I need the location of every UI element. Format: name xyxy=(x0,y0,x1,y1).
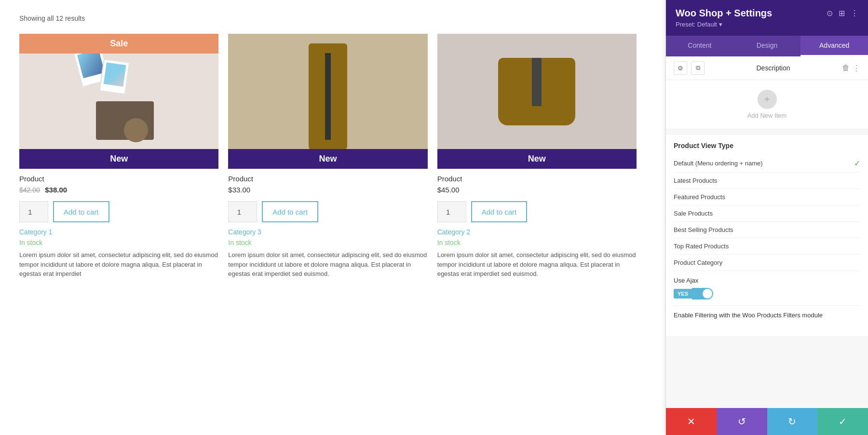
in-stock-2: In stock xyxy=(228,239,427,246)
polaroid-2 xyxy=(99,59,130,95)
price-new-1: $38.00 xyxy=(45,186,67,194)
product-desc-2: Lorem ipsum dolor sit amet, consectetur … xyxy=(228,250,427,279)
in-stock-1: In stock xyxy=(19,239,218,246)
option-sale[interactable]: Sale Products xyxy=(674,205,860,222)
product-image-1 xyxy=(19,34,218,169)
save-button[interactable]: ✓ xyxy=(817,408,868,435)
option-product-category[interactable]: Product Category xyxy=(674,255,860,271)
add-to-cart-btn-1[interactable]: Add to cart xyxy=(53,201,109,222)
add-to-cart-row-3: Add to cart xyxy=(437,201,637,222)
main-content: Showing all 12 results Sale New Product … xyxy=(0,0,665,435)
product-image-2 xyxy=(228,34,427,169)
undo-button[interactable]: ↺ xyxy=(717,408,767,435)
add-new-item: + Add New Item xyxy=(666,80,868,129)
panel-header-actions: ⊙ ⊞ ⋮ xyxy=(827,9,858,18)
add-to-cart-row-1: Add to cart xyxy=(19,201,218,222)
results-count: Showing all 12 results xyxy=(19,14,646,22)
bottom-bar: ✕ ↺ ↻ ✓ xyxy=(666,408,868,435)
option-default[interactable]: Default (Menu ordering + name) ✓ xyxy=(674,154,860,173)
chevron-down-icon: ▾ xyxy=(719,21,722,28)
in-stock-3: In stock xyxy=(437,239,637,246)
product-price-1: $42.00 $38.00 xyxy=(19,186,218,194)
product-name-2: Product xyxy=(228,175,427,183)
product-price-3: $45.00 xyxy=(437,186,637,194)
toggle-thumb xyxy=(703,289,712,299)
panel-preset-text: Preset: Default xyxy=(676,21,717,28)
toggle-wrapper[interactable]: YES xyxy=(674,288,860,299)
qty-input-1[interactable] xyxy=(19,201,48,222)
add-to-cart-btn-3[interactable]: Add to cart xyxy=(471,201,528,222)
option-latest[interactable]: Latest Products xyxy=(674,173,860,189)
price-regular-2: $33.00 xyxy=(228,186,250,194)
option-list: Default (Menu ordering + name) ✓ Latest … xyxy=(674,154,860,271)
filtering-label: Enable Filtering with the Woo Products F… xyxy=(674,312,860,319)
option-default-label: Default (Menu ordering + name) xyxy=(674,160,763,167)
add-new-circle-btn[interactable]: + xyxy=(758,90,777,109)
redo-button[interactable]: ↻ xyxy=(767,408,818,435)
toggle-track[interactable] xyxy=(692,288,713,299)
panel-header-row: Woo Shop + Settings Preset: Default ▾ ⊙ … xyxy=(676,8,858,28)
save-icon: ✓ xyxy=(839,416,847,427)
right-panel: Woo Shop + Settings Preset: Default ▾ ⊙ … xyxy=(665,0,868,435)
tab-content[interactable]: Content xyxy=(666,36,733,56)
more-section-btn[interactable]: ⋮ xyxy=(853,64,860,73)
option-product-category-label: Product Category xyxy=(674,259,722,266)
category-link-1[interactable]: Category 1 xyxy=(19,228,218,236)
category-link-3[interactable]: Category 2 xyxy=(437,228,637,236)
category-link-2[interactable]: Category 3 xyxy=(228,228,427,236)
duplicate-icon-btn[interactable]: ⧉ xyxy=(691,61,705,75)
filtering-row: Enable Filtering with the Woo Products F… xyxy=(674,305,860,328)
price-regular-3: $45.00 xyxy=(437,186,460,194)
option-best-selling-label: Best Selling Products xyxy=(674,226,733,233)
product-image-3 xyxy=(437,34,637,169)
price-old-1: $42.00 xyxy=(19,186,40,194)
section-icons: ⚙ ⧉ xyxy=(674,61,705,75)
add-to-cart-btn-2[interactable]: Add to cart xyxy=(262,201,318,222)
tab-advanced[interactable]: Advanced xyxy=(800,36,868,56)
option-featured[interactable]: Featured Products xyxy=(674,189,860,205)
option-top-rated[interactable]: Top Rated Products xyxy=(674,238,860,255)
undo-icon: ↺ xyxy=(738,416,746,427)
panel-header: Woo Shop + Settings Preset: Default ▾ ⊙ … xyxy=(666,0,868,36)
product-price-2: $33.00 xyxy=(228,186,427,194)
cancel-button[interactable]: ✕ xyxy=(666,408,717,435)
section-title: Description xyxy=(708,64,838,72)
panel-body: ⚙ ⧉ Description 🗑 ⋮ + Add New Item Produ… xyxy=(666,56,868,408)
product-desc-1: Lorem ipsum dolor sit amet, consectetur … xyxy=(19,250,218,279)
more-icon[interactable]: ⋮ xyxy=(851,9,858,18)
badge-new-2: New xyxy=(228,149,427,169)
panel-preset: Preset: Default ▾ xyxy=(676,21,772,28)
badge-new-1: New xyxy=(19,149,218,169)
panel-title: Woo Shop + Settings xyxy=(676,8,772,19)
tab-design[interactable]: Design xyxy=(733,36,801,56)
cancel-icon: ✕ xyxy=(687,416,695,427)
option-sale-label: Sale Products xyxy=(674,210,713,217)
option-best-selling[interactable]: Best Selling Products xyxy=(674,222,860,238)
toggle-yes-label: YES xyxy=(674,289,692,299)
delete-section-btn[interactable]: 🗑 xyxy=(842,64,850,72)
product-image-wrapper-3: New xyxy=(437,34,637,169)
option-latest-label: Latest Products xyxy=(674,177,717,184)
section-actions: 🗑 ⋮ xyxy=(842,64,860,73)
use-ajax-row: Use Ajax YES xyxy=(674,271,860,305)
badge-sale: Sale xyxy=(19,34,218,54)
use-ajax-label: Use Ajax xyxy=(674,277,860,284)
qty-input-3[interactable] xyxy=(437,201,466,222)
settings-icon-btn[interactable]: ⚙ xyxy=(674,61,687,75)
product-desc-3: Lorem ipsum dolor sit amet, consectetur … xyxy=(437,250,637,279)
product-card-2: New Product $33.00 Add to cart Category … xyxy=(228,34,437,288)
product-card-1: Sale New Product $42.00 $38.00 Add to ca… xyxy=(19,34,228,288)
option-top-rated-label: Top Rated Products xyxy=(674,243,729,250)
product-view-type-title: Product View Type xyxy=(674,135,860,154)
option-featured-label: Featured Products xyxy=(674,193,725,201)
products-grid: Sale New Product $42.00 $38.00 Add to ca… xyxy=(19,34,646,288)
product-image-wrapper-2: New xyxy=(228,34,427,169)
product-card-3: New Product $45.00 Add to cart Category … xyxy=(437,34,646,288)
camera-icon[interactable]: ⊙ xyxy=(827,9,833,18)
settings-section: Product View Type Default (Menu ordering… xyxy=(666,135,868,336)
qty-input-2[interactable] xyxy=(228,201,257,222)
check-icon-default: ✓ xyxy=(854,159,860,168)
panel-tabs: Content Design Advanced xyxy=(666,36,868,56)
layout-icon[interactable]: ⊞ xyxy=(839,9,845,18)
panel-header-left: Woo Shop + Settings Preset: Default ▾ xyxy=(676,8,772,28)
